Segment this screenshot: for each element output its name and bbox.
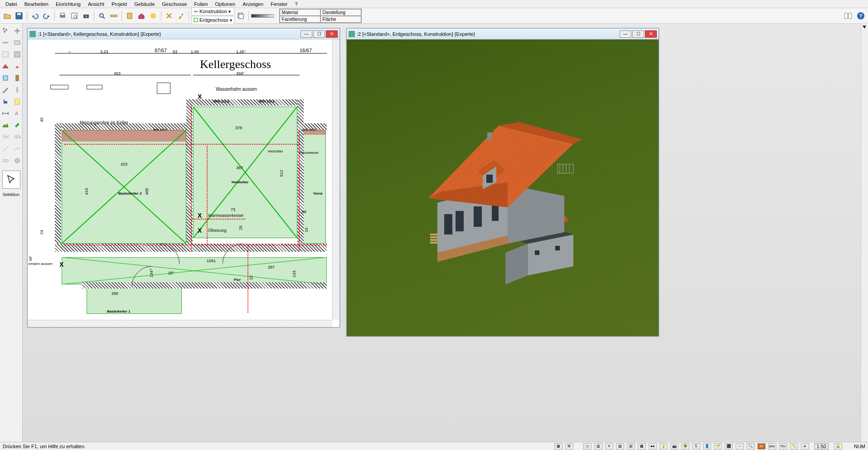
status-lights-icon[interactable]: ●● xyxy=(649,443,657,450)
erdgeschoss-dropdown[interactable]: Erdgeschoss ▾ xyxy=(191,16,234,24)
menu-hilfe[interactable]: ? xyxy=(291,1,301,7)
sphere-icon[interactable] xyxy=(12,155,23,166)
note-icon[interactable] xyxy=(12,96,23,107)
view-3d-canvas[interactable] xyxy=(347,39,659,336)
circles-icon[interactable] xyxy=(0,155,11,166)
line-icon[interactable] xyxy=(0,143,11,154)
text2-icon[interactable]: 5m xyxy=(0,132,11,142)
window-2d-maximize[interactable]: ☐ xyxy=(313,30,325,38)
window-3d-maximize[interactable]: ☐ xyxy=(632,30,644,38)
menu-folien[interactable]: Folien xyxy=(191,1,212,7)
status-ruler-icon[interactable]: 📏 xyxy=(790,443,798,450)
text-icon[interactable]: A xyxy=(12,108,23,119)
dimension-icon[interactable] xyxy=(0,108,11,119)
paint-icon[interactable] xyxy=(12,120,23,131)
wizard-icon[interactable] xyxy=(148,10,159,21)
label-icon[interactable]: AbcI xyxy=(12,132,23,142)
status-lock-icon[interactable]: 🔒 xyxy=(834,443,842,450)
find-icon[interactable] xyxy=(97,10,107,21)
menu-projekt[interactable]: Projekt xyxy=(108,1,131,7)
brightness-slider[interactable] xyxy=(251,14,274,18)
status-text-icon[interactable]: A xyxy=(801,443,809,450)
window-3d-close[interactable]: ✕ xyxy=(645,30,657,38)
status-camera-icon[interactable]: 📷 xyxy=(670,443,679,450)
prop-facettierung[interactable]: Facettierung xyxy=(280,16,320,23)
print-icon[interactable] xyxy=(57,10,68,21)
wall-icon[interactable] xyxy=(0,37,11,48)
view-2d-canvas[interactable]: ⎼ 3.23 87/67 63 1.09 1.26⁵ 16/67 Kellerg… xyxy=(28,39,339,327)
status-sun-icon[interactable]: ☀ xyxy=(605,443,613,450)
status-3d-icon[interactable]: 3D xyxy=(757,443,766,450)
menu-fenster[interactable]: Fenster xyxy=(267,1,291,7)
menu-optionen[interactable]: Optionen xyxy=(212,1,239,7)
status-tree-icon[interactable]: 🌳 xyxy=(681,443,689,450)
print-preview-icon[interactable] xyxy=(69,10,80,21)
status-abc-icon[interactable]: abc xyxy=(768,443,776,450)
menu-geschosse[interactable]: Geschosse xyxy=(159,1,191,7)
house-icon[interactable] xyxy=(136,10,147,21)
save-icon[interactable] xyxy=(14,10,24,21)
dormer-icon[interactable] xyxy=(12,61,23,72)
menu-ansicht[interactable]: Ansicht xyxy=(84,1,108,7)
status-pattern-icon[interactable]: ▩ xyxy=(638,443,646,450)
status-5m-icon[interactable]: 5m xyxy=(779,443,787,450)
right-scrollbar[interactable]: ⮟ xyxy=(861,24,868,442)
prop-material[interactable]: Material xyxy=(280,9,320,16)
camera-icon[interactable] xyxy=(81,10,92,21)
help-icon[interactable]: ? xyxy=(855,10,866,21)
open-icon[interactable] xyxy=(2,10,13,21)
pan-icon[interactable] xyxy=(12,25,23,36)
column-icon[interactable] xyxy=(12,84,23,95)
window-3d-titlebar[interactable]: :2 [<Standard>, Erdgeschoss, Konstruktio… xyxy=(347,29,659,39)
window-icon[interactable] xyxy=(0,73,11,83)
stair-icon[interactable] xyxy=(0,84,11,95)
status-layers-icon[interactable]: ▦ xyxy=(554,443,563,450)
window-2d-minimize[interactable]: — xyxy=(301,30,312,38)
status-chair-icon[interactable]: 🪑 xyxy=(692,443,700,450)
layers-icon[interactable] xyxy=(235,10,246,21)
wall2-icon[interactable] xyxy=(12,37,23,48)
status-hatch-icon[interactable]: ▨ xyxy=(616,443,624,450)
measure-icon[interactable] xyxy=(108,10,119,21)
catalog-icon[interactable] xyxy=(843,10,853,21)
scrollbar-vertical[interactable] xyxy=(332,39,339,320)
status-grid-icon[interactable]: ⊞ xyxy=(565,443,573,450)
menu-bearbeiten[interactable]: Bearbeiten xyxy=(21,1,52,7)
chair-icon[interactable] xyxy=(0,96,11,107)
selection-tool[interactable] xyxy=(2,171,20,189)
window-2d-titlebar[interactable]: :1 [<Standard>, Kellergeschoss, Konstruk… xyxy=(28,29,339,39)
menu-einrichtung[interactable]: Einrichtung xyxy=(52,1,84,7)
status-view2-icon[interactable]: ▥ xyxy=(594,443,602,450)
terrain-icon[interactable] xyxy=(0,120,11,131)
window-2d-close[interactable]: ✕ xyxy=(326,30,338,38)
status-scale[interactable]: 1:50 xyxy=(815,443,829,450)
prop-darstellung[interactable]: Darstellung xyxy=(320,9,361,16)
paste-icon[interactable] xyxy=(124,10,135,21)
konstruktion-dropdown[interactable]: Konstruktion ▾ xyxy=(191,7,234,15)
window-3d-minimize[interactable]: — xyxy=(620,30,631,38)
polyline-icon[interactable] xyxy=(12,143,23,154)
status-plant-icon[interactable]: 🌱 xyxy=(714,443,722,450)
prop-flaeche[interactable]: Fläche xyxy=(320,16,361,23)
status-view1-icon[interactable]: ▭ xyxy=(583,443,592,450)
menu-anzeigen[interactable]: Anzeigen xyxy=(239,1,267,7)
status-bulb-icon[interactable]: 💡 xyxy=(659,443,668,450)
roof-icon[interactable] xyxy=(0,61,11,72)
scrollbar-horizontal[interactable] xyxy=(28,320,332,327)
menu-gebaeude[interactable]: Gebäude xyxy=(131,1,158,7)
status-zoom-icon[interactable]: 🔍 xyxy=(747,443,755,450)
ceiling-icon[interactable] xyxy=(12,49,23,60)
door-icon[interactable] xyxy=(12,73,23,83)
menu-datei[interactable]: Datei xyxy=(2,1,21,7)
tools2-icon[interactable] xyxy=(175,10,186,21)
status-person-icon[interactable]: 👤 xyxy=(703,443,711,450)
oelheizung-label: Ölheizung xyxy=(208,228,227,233)
floor-icon[interactable] xyxy=(0,49,11,60)
tools1-icon[interactable] xyxy=(164,10,175,21)
undo-icon[interactable] xyxy=(29,10,40,21)
cursor-icon[interactable] xyxy=(0,25,11,36)
status-obj-icon[interactable]: ⬛ xyxy=(725,443,733,450)
status-fill-icon[interactable]: ▤ xyxy=(627,443,635,450)
redo-icon[interactable] xyxy=(41,10,52,21)
status-dim-icon[interactable]: ↔ xyxy=(736,443,744,450)
